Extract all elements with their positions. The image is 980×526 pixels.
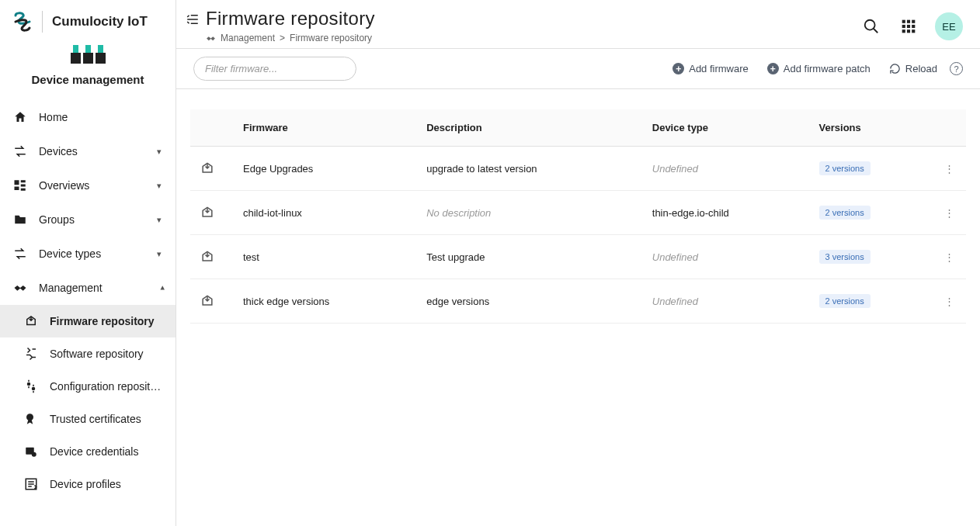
svg-rect-0 <box>15 180 19 185</box>
apps-button[interactable] <box>898 16 919 37</box>
nav-label: Home <box>39 111 165 123</box>
cell-versions: 3 versions <box>810 235 932 279</box>
svg-rect-2 <box>21 185 26 187</box>
nav-sub-device-profiles[interactable]: Device profiles <box>0 468 175 500</box>
main: Firmware repository Management > Firmwar… <box>176 0 980 526</box>
software-icon <box>23 346 39 362</box>
plus-circle-icon: + <box>767 63 779 74</box>
row-menu-button[interactable]: ⋮ <box>932 191 966 235</box>
firmware-icon <box>190 147 234 191</box>
top-actions: EE <box>860 8 963 40</box>
nav-management[interactable]: Management ▾ <box>0 271 175 305</box>
nav-sub-label: Software repository <box>50 348 165 360</box>
svg-rect-18 <box>902 29 905 33</box>
chevron-down-icon: ▾ <box>157 249 165 259</box>
version-badge: 2 versions <box>819 294 871 308</box>
certificate-icon <box>23 411 39 427</box>
user-avatar[interactable]: EE <box>935 12 963 40</box>
nav-sub-firmware-repository[interactable]: Firmware repository <box>0 305 175 337</box>
nav-sub-trusted-certificates[interactable]: Trusted certificates <box>0 403 175 435</box>
nav-sub-label: Firmware repository <box>50 315 165 327</box>
firmware-icon <box>190 235 234 279</box>
nav-sub-software-repository[interactable]: Software repository <box>0 337 175 370</box>
svg-rect-4 <box>21 189 26 191</box>
chevron-down-icon: ▾ <box>157 215 165 225</box>
version-badge: 3 versions <box>819 250 871 264</box>
app-icon <box>0 45 175 67</box>
cell-device-type: Undefined <box>643 147 810 191</box>
filter-input[interactable] <box>193 57 356 81</box>
nav-management-group: Management ▾ Firmware repository Softwar… <box>0 271 175 500</box>
cell-device-type: Undefined <box>643 235 810 279</box>
svg-rect-16 <box>907 25 910 28</box>
breadcrumb-leaf: Firmware repository <box>290 33 372 43</box>
svg-point-7 <box>26 414 33 420</box>
svg-rect-14 <box>912 20 915 23</box>
brand-name: Cumulocity IoT <box>52 14 148 29</box>
nav-sub-device-credentials[interactable]: Device credentials <box>0 435 175 468</box>
action-label: Add firmware patch <box>784 63 871 74</box>
nav-device-types[interactable]: Device types ▾ <box>0 237 175 271</box>
svg-point-9 <box>32 452 36 457</box>
cell-device-type: Undefined <box>643 279 810 324</box>
svg-rect-15 <box>902 25 905 28</box>
breadcrumb-icon <box>206 33 216 43</box>
nav-sub-label: Device profiles <box>50 478 165 490</box>
cell-description: No description <box>417 191 643 235</box>
svg-rect-1 <box>21 180 26 182</box>
row-menu-button[interactable]: ⋮ <box>932 279 966 324</box>
firmware-table: Firmware Description Device type Version… <box>190 109 966 324</box>
firmware-icon <box>190 191 234 235</box>
table-row[interactable]: thick edge versionsedge versionsUndefine… <box>190 279 966 324</box>
table-row[interactable]: testTest upgradeUndefined3 versions⋮ <box>190 235 966 279</box>
row-menu-button[interactable]: ⋮ <box>932 147 966 191</box>
svg-point-11 <box>865 20 875 30</box>
sidebar: Cumulocity IoT Device management Home De… <box>0 0 176 526</box>
nav-sub-configuration-repository[interactable]: Configuration reposito... <box>0 370 175 403</box>
breadcrumb-separator: > <box>280 33 285 43</box>
nav-devices[interactable]: Devices ▾ <box>0 134 175 168</box>
svg-rect-12 <box>902 20 905 23</box>
folder-icon <box>12 212 28 227</box>
home-icon <box>12 109 28 125</box>
add-firmware-button[interactable]: + Add firmware <box>666 60 755 78</box>
nav-sub-label: Configuration reposito... <box>50 380 165 393</box>
row-menu-button[interactable]: ⋮ <box>932 235 966 279</box>
cell-description: upgrade to latest version <box>417 147 643 191</box>
breadcrumb-root[interactable]: Management <box>221 33 275 43</box>
svg-rect-20 <box>912 29 915 33</box>
firmware-icon <box>190 279 234 324</box>
sidebar-toggle-button[interactable] <box>186 8 206 26</box>
help-button[interactable]: ? <box>950 62 963 75</box>
nav-groups[interactable]: Groups ▾ <box>0 202 175 237</box>
add-firmware-patch-button[interactable]: + Add firmware patch <box>761 60 877 78</box>
topbar: Firmware repository Management > Firmwar… <box>176 0 980 49</box>
table-row[interactable]: child-iot-linuxNo descriptionthin-edge.i… <box>190 191 966 235</box>
cell-name: thick edge versions <box>234 279 417 324</box>
table-row[interactable]: Edge Upgradesupgrade to latest versionUn… <box>190 147 966 191</box>
cell-versions: 2 versions <box>810 191 932 235</box>
th-description[interactable]: Description <box>417 109 643 147</box>
th-firmware[interactable]: Firmware <box>234 109 417 147</box>
nav-overviews[interactable]: Overviews ▾ <box>0 168 175 202</box>
devices-icon <box>12 144 28 159</box>
config-icon <box>23 379 39 394</box>
search-button[interactable] <box>860 16 882 37</box>
svg-rect-3 <box>15 187 19 191</box>
action-label: Reload <box>905 63 937 74</box>
cell-description: edge versions <box>417 279 643 324</box>
action-label: Add firmware <box>689 63 749 74</box>
chevron-down-icon: ▾ <box>157 181 165 191</box>
nav-home[interactable]: Home <box>0 100 175 134</box>
breadcrumb: Management > Firmware repository <box>206 33 860 43</box>
th-versions[interactable]: Versions <box>810 109 932 147</box>
th-device-type[interactable]: Device type <box>643 109 810 147</box>
nav-sub-label: Device credentials <box>50 445 165 458</box>
svg-point-5 <box>27 382 31 386</box>
cell-name: Edge Upgrades <box>234 147 417 191</box>
chevron-up-icon: ▾ <box>157 283 165 293</box>
svg-rect-19 <box>907 29 910 33</box>
reload-button[interactable]: Reload <box>883 60 944 78</box>
title-area: Firmware repository Management > Firmwar… <box>206 8 860 43</box>
cell-versions: 2 versions <box>810 147 932 191</box>
